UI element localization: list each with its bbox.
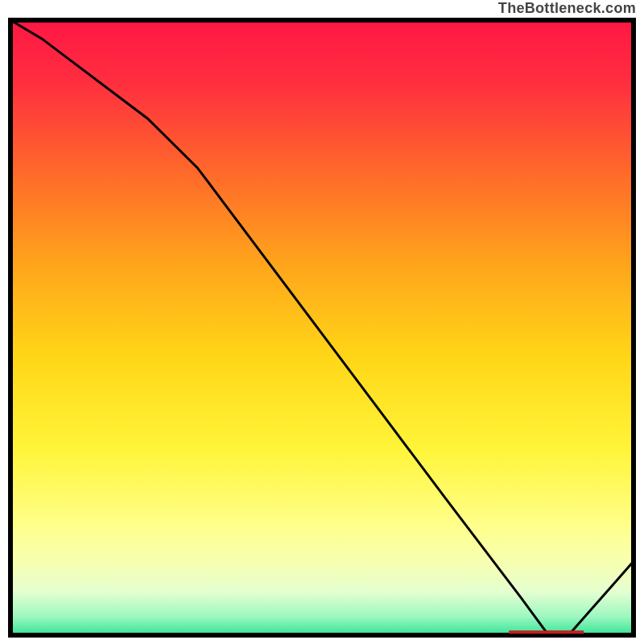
chart-container: TheBottleneck.com — [0, 0, 644, 644]
plot-area — [8, 18, 636, 638]
attribution-label: TheBottleneck.com — [498, 0, 636, 17]
gradient-background — [10, 20, 634, 635]
chart-svg — [8, 18, 636, 638]
